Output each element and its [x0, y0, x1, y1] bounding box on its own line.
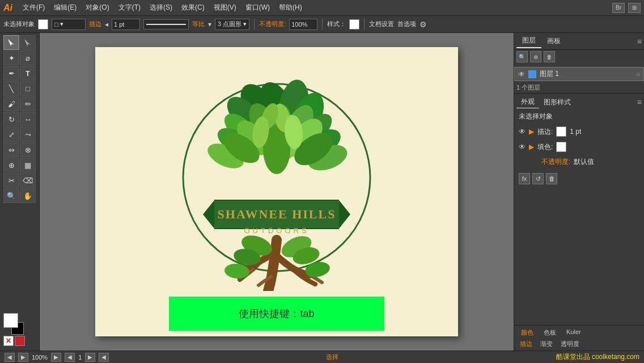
layer-row[interactable]: 👁 图层 1 ○ [514, 67, 644, 81]
reflect-tool[interactable]: ↔ [20, 112, 36, 126]
page-back-btn[interactable]: ◀ [99, 353, 109, 362]
stroke-width-input[interactable]: 1 pt [112, 19, 140, 30]
foreground-swatch[interactable] [3, 313, 18, 328]
red-swatch[interactable] [15, 336, 25, 346]
appearance-header: 外观 图形样式 ≡ [516, 96, 642, 108]
stroke-value: 1 pt [570, 128, 581, 136]
fill-swatch[interactable] [38, 19, 48, 29]
fill-visibility-icon[interactable]: 👁 [519, 143, 526, 151]
appearance-empty-area [514, 189, 644, 325]
tab-graphic-style[interactable]: 图形样式 [539, 96, 575, 108]
tab-artboards[interactable]: 画板 [541, 35, 566, 48]
bottom-tab-row-1: 颜色 色板 Kuler [516, 327, 642, 338]
warp-tool[interactable]: ⤳ [20, 127, 36, 142]
workspace-icon[interactable]: ⊞ [628, 3, 641, 13]
menu-file[interactable]: 文件(F) [19, 2, 48, 14]
eraser-tool[interactable]: ⌫ [20, 173, 36, 188]
status-watermark: 酷课堂出品 coolketang.com [556, 352, 639, 362]
layers-search-btn[interactable]: 🔍 [516, 51, 528, 62]
svg-marker-27 [203, 200, 214, 229]
appearance-panel-menu[interactable]: ≡ [637, 98, 642, 107]
lasso-tool[interactable]: ⌀ [20, 50, 36, 65]
layers-delete-btn[interactable]: 🗑 [544, 51, 555, 62]
width-tool[interactable]: ⇔ [3, 142, 19, 157]
pencil-tool[interactable]: ✏ [20, 96, 36, 111]
preferences-btn[interactable]: 首选项 [397, 20, 416, 28]
svg-marker-28 [339, 200, 350, 229]
menu-view[interactable]: 视图(V) [210, 2, 240, 14]
kuler-tab[interactable]: Kuler [562, 327, 586, 338]
fill-row: 👁 ▶ 填色: [516, 140, 642, 154]
select-tool[interactable] [3, 35, 19, 50]
paintbrush-tool[interactable]: 🖌 [3, 96, 19, 111]
menu-help[interactable]: 帮助(H) [276, 2, 306, 14]
status-action: 选择 [113, 353, 551, 361]
swatches-tab[interactable]: 色板 [539, 327, 561, 338]
svg-text:SHAWNEE HILLS: SHAWNEE HILLS [218, 207, 336, 221]
blend-tool[interactable]: ⊗ [20, 142, 36, 157]
menu-object[interactable]: 对象(O) [82, 2, 112, 14]
menu-edit[interactable]: 编辑(E) [50, 2, 80, 14]
panel-close-btn[interactable]: ≡ [637, 37, 642, 46]
magic-wand-tool[interactable]: ✦ [3, 50, 19, 65]
layers-add-btn[interactable]: ⊕ [530, 51, 541, 62]
stroke-sub-tab[interactable]: 描边 [516, 339, 536, 349]
style-swatch[interactable] [349, 19, 359, 29]
none-swatch[interactable]: × [3, 336, 14, 346]
type-tool[interactable]: T [20, 66, 36, 81]
clear-appearance-btn[interactable]: ↺ [532, 173, 544, 184]
doc-settings-btn[interactable]: 文档设置 [369, 20, 394, 28]
symbol-tool[interactable]: ⊕ [3, 158, 19, 172]
opacity-label: 不透明度: [541, 157, 570, 167]
stroke-visibility-icon[interactable]: 👁 [519, 128, 526, 136]
bridge-icon[interactable]: Br [612, 3, 625, 13]
delete-item-btn[interactable]: 🗑 [546, 173, 557, 184]
equal-ratio-label: 等比 [192, 20, 205, 28]
zoom-out-btn[interactable]: ◀ [65, 353, 75, 362]
slice-tool[interactable]: ✂ [3, 173, 19, 188]
menu-select[interactable]: 选择(S) [146, 2, 176, 14]
tools-panel: ✦ ⌀ ✒ T ╲ □ 🖌 ✏ ↻ ↔ ⤢ ⤳ ⇔ ⊗ ⊕ ▦ [0, 33, 40, 351]
opacity-input[interactable]: 100% [289, 19, 317, 30]
layers-toolbar: 🔍 ⊕ 🗑 [514, 50, 644, 64]
stroke-row: 👁 ▶ 描边: 1 pt [516, 125, 642, 138]
tab-appearance[interactable]: 外观 [516, 96, 539, 108]
line-tool[interactable]: ╲ [3, 81, 19, 96]
page-forward-btn[interactable]: ▶ [85, 353, 95, 362]
menu-effect[interactable]: 效果(C) [178, 2, 208, 14]
next-page-btn[interactable]: ▶ [18, 353, 28, 362]
stroke-label: 描边 [89, 20, 101, 28]
stroke-style-dropdown[interactable]: □▾ [52, 19, 86, 30]
layer-name-label: 图层 1 [540, 69, 633, 79]
color-tab[interactable]: 颜色 [516, 327, 538, 338]
artboard: SHAWNEE HILLS OUTDOORS [95, 47, 458, 336]
zoom-in-btn[interactable]: ▶ [51, 353, 61, 362]
menu-right-controls: Br ⊞ [612, 3, 641, 13]
stroke-expand-icon[interactable]: ▶ [529, 128, 534, 136]
hand-tool[interactable]: ✋ [20, 188, 36, 203]
column-chart-tool[interactable]: ▦ [20, 158, 36, 172]
menu-text[interactable]: 文字(T) [115, 2, 144, 14]
scale-tool[interactable]: ⤢ [3, 127, 19, 142]
fill-color-swatch[interactable] [556, 142, 566, 152]
stroke-shape-dropdown[interactable]: 3 点圆形▾ [215, 19, 249, 30]
zoom-tool[interactable]: 🔍 [3, 188, 19, 203]
layer-visibility-icon[interactable]: 👁 [518, 70, 525, 78]
menu-window[interactable]: 窗口(W) [242, 2, 273, 14]
rotate-tool[interactable]: ↻ [3, 112, 19, 126]
stroke-color-swatch[interactable] [556, 126, 566, 137]
layer-lock-icon[interactable]: ○ [636, 71, 640, 78]
opacity-value: 默认值 [574, 157, 594, 167]
direct-select-tool[interactable] [20, 35, 36, 50]
pen-tool[interactable]: ✒ [3, 66, 19, 81]
menu-bar: Ai 文件(F) 编辑(E) 对象(O) 文字(T) 选择(S) 效果(C) 视… [0, 0, 644, 16]
canvas-area[interactable]: SHAWNEE HILLS OUTDOORS [40, 33, 514, 351]
gradient-sub-tab[interactable]: 渐变 [537, 339, 556, 349]
add-effect-btn[interactable]: fx [519, 173, 530, 184]
shape-tool[interactable]: □ [20, 81, 36, 96]
fill-expand-icon[interactable]: ▶ [529, 143, 534, 151]
tab-layers[interactable]: 图层 [516, 34, 541, 48]
transparency-sub-tab[interactable]: 透明度 [557, 339, 583, 349]
shortcut-text: 使用快捷键：tab [239, 307, 314, 320]
prev-page-btn[interactable]: ◀ [5, 353, 15, 362]
